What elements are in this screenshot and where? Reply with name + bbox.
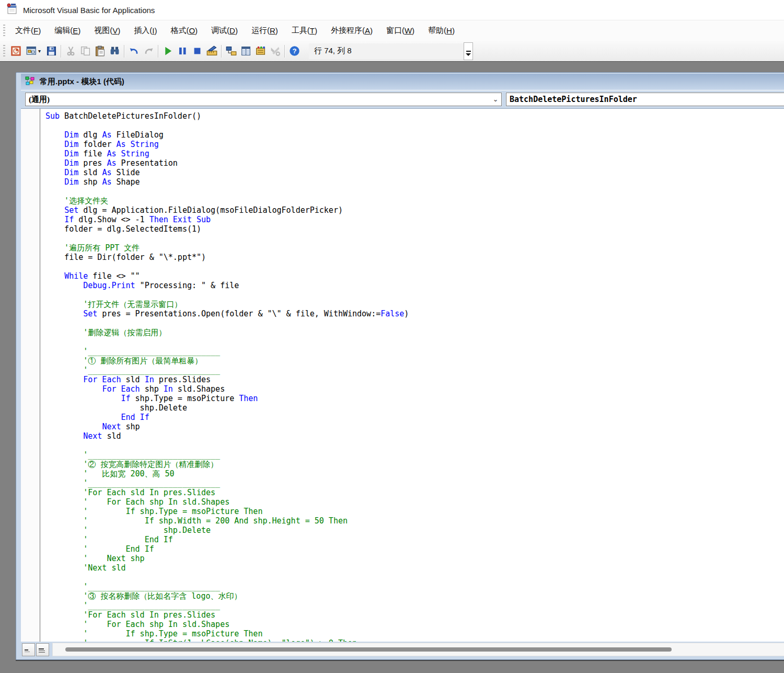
undo-button[interactable] — [126, 44, 141, 59]
code-line: ' If shp.Width = 200 And shp.Height = 50… — [45, 516, 784, 526]
code-line: 'For Each sld In pres.Slides — [45, 610, 784, 620]
procedure-dropdown[interactable]: BatchDeletePicturesInFolder — [506, 93, 784, 106]
code-line: ' Next shp — [45, 554, 784, 563]
procedure-view-button[interactable] — [22, 643, 35, 656]
paste-button[interactable] — [93, 44, 107, 59]
design-mode-icon — [206, 45, 217, 56]
toolbox-button — [268, 44, 282, 59]
code-line: For Each sld In pres.Slides — [45, 375, 784, 384]
menu-window[interactable]: 窗口(W) — [379, 20, 421, 41]
code-line: ' shp.Delete — [45, 526, 784, 535]
code-pane: Sub BatchDeletePicturesInFolder() Dim dl… — [21, 108, 784, 642]
properties-window-icon — [240, 45, 251, 56]
code-line: '____________________________ — [45, 347, 784, 356]
copy-button — [78, 44, 93, 59]
menubar-grip-handle[interactable] — [3, 25, 5, 37]
code-line — [45, 187, 784, 196]
code-line: shp.Delete — [45, 403, 784, 413]
design-mode-button[interactable] — [204, 44, 219, 59]
break-button[interactable] — [175, 44, 190, 59]
code-line: '____________________________ — [45, 478, 784, 488]
code-line: '③ 按名称删除（比如名字含 logo、水印） — [45, 591, 784, 601]
menu-edit[interactable]: 编辑(E) — [48, 20, 87, 41]
code-line: Debug.Print "Processing: " & file — [45, 281, 784, 290]
procedure-dropdown-value: BatchDeletePicturesInFolder — [510, 95, 637, 104]
code-line: '删除逻辑（按需启用） — [45, 328, 784, 337]
code-line: Dim file As String — [45, 149, 784, 158]
code-line: ' If shp.Type = msoPicture Then — [45, 507, 784, 516]
chevron-down-icon: ▾ — [38, 49, 41, 54]
code-line: Set dlg = Application.FileDialog(msoFile… — [45, 206, 784, 215]
menu-insert[interactable]: 插入(I) — [127, 20, 164, 41]
code-line — [45, 318, 784, 328]
paste-icon — [95, 45, 106, 56]
menu-help[interactable]: 帮助(H) — [421, 20, 462, 41]
help-button[interactable]: ? — [287, 44, 302, 59]
menu-tools[interactable]: 工具(T) — [285, 20, 324, 41]
break-icon — [177, 45, 188, 56]
code-line: Set pres = Presentations.Open(folder & "… — [45, 309, 784, 318]
menu-addins[interactable]: 外接程序(A) — [324, 20, 379, 41]
save-icon — [46, 45, 57, 56]
margin-indicator-bar[interactable] — [21, 109, 40, 642]
horizontal-scrollbar[interactable] — [52, 643, 784, 656]
full-module-view-button[interactable] — [36, 643, 49, 656]
code-line: '____________________________ — [45, 450, 784, 460]
menu-file[interactable]: 文件(F) — [8, 20, 48, 41]
vba-app-icon — [6, 3, 18, 17]
code-editor[interactable]: Sub BatchDeletePicturesInFolder() Dim dl… — [40, 109, 784, 642]
code-line: '② 按宽高删除特定图片（精准删除） — [45, 460, 784, 469]
code-line: '____________________________ — [45, 601, 784, 610]
menu-debug[interactable]: 调试(D) — [204, 20, 245, 41]
code-line: End If — [45, 413, 784, 422]
code-window-title: 常用.pptx - 模块1 (代码) — [40, 77, 124, 87]
menu-view[interactable]: 视图(V) — [87, 20, 127, 41]
toolbar-options-button[interactable] — [464, 42, 473, 60]
reset-button[interactable] — [190, 44, 204, 59]
code-line: If dlg.Show <> -1 Then Exit Sub — [45, 215, 784, 224]
chevron-down-icon — [466, 53, 471, 59]
code-line: ' For Each shp In sld.Shapes — [45, 620, 784, 629]
object-dropdown-value: (通用) — [29, 95, 50, 105]
find-button[interactable] — [107, 44, 122, 59]
code-line: Dim shp As Shape — [45, 177, 784, 187]
menu-format[interactable]: 格式(O) — [164, 20, 204, 41]
caret-position-status: 行 74, 列 8 — [309, 43, 464, 59]
menubar: 文件(F)编辑(E)视图(V)插入(I)格式(O)调试(D)运行(R)工具(T)… — [0, 20, 784, 41]
project-explorer-button[interactable] — [224, 44, 238, 59]
object-browser-button[interactable] — [253, 44, 268, 59]
code-line — [45, 337, 784, 347]
code-line: Dim dlg As FileDialog — [45, 130, 784, 140]
code-line — [45, 441, 784, 450]
code-line: ' End If — [45, 544, 784, 554]
code-line: '遍历所有 PPT 文件 — [45, 243, 784, 253]
save-button[interactable] — [44, 44, 59, 59]
svg-text:?: ? — [292, 47, 296, 55]
horizontal-scrollbar-thumb[interactable] — [65, 647, 672, 652]
insert-userform-button[interactable]: ▾ — [23, 44, 44, 59]
view-powerpoint-icon — [10, 45, 21, 56]
code-line — [45, 290, 784, 300]
module-icon — [24, 75, 36, 89]
run-sub-button[interactable] — [160, 44, 175, 59]
menu-run[interactable]: 运行(R) — [245, 20, 285, 41]
code-line — [45, 573, 784, 582]
app-titlebar: Microsoft Visual Basic for Applications — [0, 0, 784, 20]
code-line: For Each shp In sld.Shapes — [45, 384, 784, 394]
code-line: '选择文件夹 — [45, 196, 784, 206]
toolbar: ▾? 行 74, 列 8 — [0, 41, 784, 62]
toolbar-grip-handle[interactable] — [3, 45, 5, 58]
code-line: ' 比如宽 200、高 50 — [45, 469, 784, 478]
toolbar-separator — [158, 45, 158, 58]
properties-window-button[interactable] — [238, 44, 253, 59]
code-line: folder = dlg.SelectedItems(1) — [45, 224, 784, 234]
help-icon: ? — [289, 45, 300, 56]
chevron-down-icon: ⌄ — [493, 96, 498, 104]
code-window-titlebar[interactable]: 常用.pptx - 模块1 (代码) — [21, 74, 784, 90]
view-powerpoint-button[interactable] — [8, 44, 23, 59]
project-explorer-icon — [226, 45, 237, 56]
object-dropdown[interactable]: (通用) ⌄ — [25, 93, 502, 106]
code-line — [45, 262, 784, 271]
run-sub-icon — [163, 45, 174, 56]
code-line: '____________________________ — [45, 366, 784, 375]
